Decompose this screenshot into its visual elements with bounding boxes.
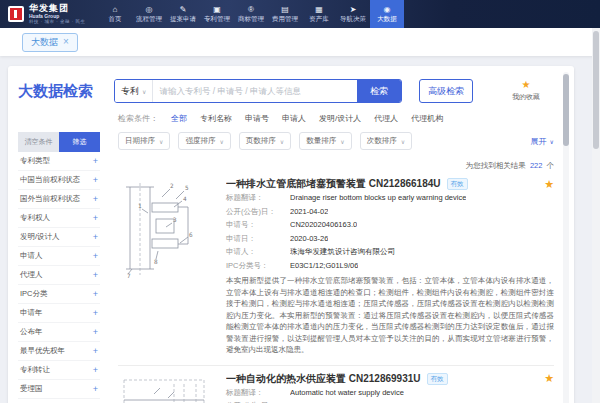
nav-item[interactable]: ▦ 资产库 [302, 0, 336, 28]
card-scrollbar[interactable] [563, 72, 569, 403]
sort-dropdown[interactable]: 强度排序 [178, 132, 230, 150]
filter-item[interactable]: IPC分类 [18, 285, 100, 304]
favorite-star-icon[interactable] [544, 373, 554, 384]
result-item: 图1 一种自动化的热水供应装置 CN212869931U 有效 [118, 372, 554, 403]
process-icon: ◎ [146, 5, 153, 14]
nav-item[interactable]: ◎ 流程管理 [132, 0, 166, 28]
nav-item-label: 首页 [109, 15, 122, 24]
plus-icon[interactable] [93, 346, 98, 356]
field-value: Automatic hot water supply device [290, 386, 404, 400]
tab-bigdata[interactable]: 大数据 [22, 33, 78, 52]
search-input[interactable] [153, 80, 357, 102]
nav-item[interactable]: ® 商标管理 [234, 0, 268, 28]
result-details: 一种自动化的热水供应装置 CN212869931U 有效 标题翻译： Autom… [226, 372, 554, 403]
result-field: 标题翻译： Automatic hot water supply device [226, 386, 554, 400]
sort-dropdown[interactable]: 日期排序 [118, 132, 170, 150]
page-scrollbar-thumb[interactable] [593, 31, 599, 149]
plus-icon[interactable] [93, 194, 98, 204]
condition-option[interactable]: 申请号 [245, 113, 269, 124]
filter-item[interactable]: 专利类型 [18, 152, 100, 171]
plus-icon[interactable] [93, 175, 98, 185]
plus-icon[interactable] [93, 270, 98, 280]
condition-option[interactable]: 发明/设计人 [319, 113, 361, 124]
result-field: 公开(公告)日： 2021-04-02 [226, 399, 554, 403]
nav-item[interactable]: ⌂ 首页 [98, 0, 132, 28]
search-type-select[interactable]: 专利 [115, 80, 153, 102]
sort-dropdown[interactable]: 数量排序 [299, 132, 351, 150]
nav-item[interactable]: ▤ 费用管理 [268, 0, 302, 28]
condition-option[interactable]: 专利名称 [200, 113, 232, 124]
summary-count[interactable]: 222 [530, 161, 543, 170]
result-field: 申请日： 2020-03-26 [226, 232, 554, 246]
filter-item[interactable]: 国外当前权利状态 [18, 190, 100, 209]
nav-item-label: 导航决策 [340, 15, 366, 24]
result-title[interactable]: 一种自动化的热水供应装置 CN212869931U [226, 372, 421, 386]
close-icon[interactable] [63, 37, 69, 47]
filter-item[interactable]: 专利转让 [18, 361, 100, 380]
condition-option[interactable]: 申请人 [282, 113, 306, 124]
field-label: 申请日： [226, 232, 290, 246]
result-title[interactable]: 一种排水立管底部堵塞预警装置 CN212866184U [226, 177, 441, 191]
filter-item[interactable]: 公布年 [18, 323, 100, 342]
page-scrollbar[interactable] [592, 28, 600, 403]
filter-item[interactable]: 专利权人 [18, 209, 100, 228]
result-fields: 标题翻译： Drainage riser bottom blocks up ea… [226, 191, 554, 272]
svg-text:8: 8 [154, 258, 158, 265]
filter-item-label: 专利类型 [20, 156, 50, 166]
expense-icon: ▤ [281, 5, 289, 14]
plus-icon[interactable] [93, 251, 98, 261]
clear-conditions-button[interactable]: 清空条件 [18, 132, 59, 152]
plus-icon[interactable] [93, 156, 98, 166]
plus-icon[interactable] [93, 327, 98, 337]
nav-item[interactable]: ➤ 导航决策 [336, 0, 370, 28]
favorite-star-icon[interactable] [544, 179, 554, 190]
filter-item[interactable]: 来源国 [18, 399, 100, 403]
filter-item[interactable]: 中国当前权利状态 [18, 171, 100, 190]
nav-item-label: 专利管理 [204, 15, 230, 24]
plus-icon[interactable] [93, 365, 98, 375]
filter-item[interactable]: 发明/设计人 [18, 228, 100, 247]
search-button[interactable]: 检索 [357, 80, 401, 102]
chevron-down-icon [340, 137, 344, 146]
field-label: IPC分类号： [226, 259, 290, 273]
filter-item[interactable]: 代理人 [18, 266, 100, 285]
my-favorites[interactable]: 我的收藏 [512, 80, 540, 102]
patent-drawing-thumbnail[interactable]: 图1 [118, 372, 210, 403]
sort-dropdown[interactable]: 次数排序 [360, 132, 412, 150]
plus-icon[interactable] [93, 308, 98, 318]
sort-dropdown-label: 次数排序 [367, 136, 397, 146]
condition-option[interactable]: 代理人 [374, 113, 398, 124]
plus-icon[interactable] [93, 289, 98, 299]
top-nav: 华发集团 Huafa Group 科技 · 城市 · 金融 · 民生 ⌂ 首页 … [0, 0, 600, 28]
svg-text:6: 6 [189, 231, 193, 238]
field-label: 标题翻译： [226, 386, 290, 400]
patent-drawing: 图1 [118, 372, 210, 403]
plus-icon[interactable] [93, 384, 98, 394]
chevron-down-icon [142, 86, 146, 96]
result-item: 254 136 78 一种排水立管底部堵塞预警装置 CN212866184U 有… [118, 177, 554, 356]
patent-drawing-thumbnail[interactable]: 254 136 78 [118, 177, 210, 279]
sort-dropdown[interactable]: 页数排序 [239, 132, 291, 150]
result-field: 申请人： 珠海华发建筑设计咨询有限公司 [226, 245, 554, 259]
filter-list: 专利类型 中国当前权利状态 国外当前权利状态 [18, 152, 100, 403]
nav-item[interactable]: ▣ 专利管理 [200, 0, 234, 28]
plus-icon[interactable] [93, 232, 98, 242]
plus-icon[interactable] [93, 213, 98, 223]
filter-button[interactable]: 筛选 [59, 132, 100, 152]
patent-drawing: 254 136 78 [118, 177, 210, 279]
search-row: 大数据检索 专利 检索 高级检索 我的收藏 [18, 78, 554, 104]
nav-item[interactable]: ✎ 提案申请 [166, 0, 200, 28]
filter-item[interactable]: 受理国 [18, 380, 100, 399]
filter-item[interactable]: 申请人 [18, 247, 100, 266]
svg-text:7: 7 [127, 272, 131, 279]
brand-name-en: Huafa Group [29, 14, 86, 19]
filter-item[interactable]: 申请年 [18, 304, 100, 323]
expand-toggle[interactable]: 展开 [531, 136, 554, 147]
condition-option[interactable]: 代理机构 [411, 113, 443, 124]
nav-item[interactable]: ◉ 大数据 [370, 0, 404, 28]
card-scrollbar-thumb[interactable] [563, 74, 569, 146]
advanced-search-button[interactable]: 高级检索 [419, 79, 473, 103]
condition-option[interactable]: 全部 [171, 113, 187, 124]
status-badge: 有效 [447, 178, 468, 190]
filter-item[interactable]: 最早优先权年 [18, 342, 100, 361]
